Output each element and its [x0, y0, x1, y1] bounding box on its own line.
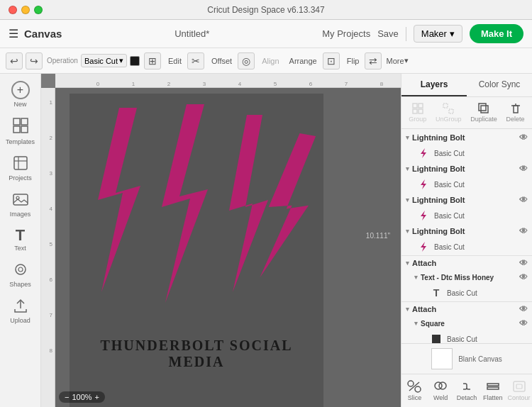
layer-header-bolt4[interactable]: ▾ Lightning Bolt 👁 [401, 224, 532, 238]
eye-icon[interactable]: 👁 [519, 318, 528, 328]
svg-rect-3 [21, 126, 28, 133]
operation-value: Basic Cut [84, 57, 118, 65]
ruler-tick: 0 [96, 81, 99, 87]
sidebar-item-images[interactable]: Images [3, 187, 38, 222]
layer-header-square[interactable]: ▾ Square 👁 [410, 316, 532, 330]
sidebar-item-projects[interactable]: Projects [3, 151, 38, 186]
svg-point-9 [16, 264, 26, 274]
zoom-control[interactable]: − 100% + [59, 391, 105, 403]
menu-icon[interactable]: ☰ [9, 27, 18, 40]
slice-button[interactable]: Slice [401, 377, 428, 404]
layer-child-text[interactable]: T Basic Cut [410, 284, 532, 301]
edit-button[interactable]: Edit [165, 55, 184, 67]
layer-thumb [430, 333, 443, 343]
undo-redo-group: ↩ ↪ [6, 52, 43, 69]
zoom-level: 100% [72, 393, 92, 401]
text-icon: T [16, 228, 25, 243]
flip-icon[interactable]: ⇄ [365, 52, 382, 69]
save-button[interactable]: Save [377, 28, 399, 39]
eye-icon[interactable]: 👁 [519, 133, 528, 143]
arrange-button[interactable]: Arrange [287, 55, 320, 67]
color-swatch[interactable] [130, 56, 140, 66]
group-icon [412, 103, 423, 114]
attach-header-2[interactable]: ▾ Attach 👁 [401, 301, 532, 316]
sidebar-item-new[interactable]: + New [3, 77, 38, 112]
tab-layers[interactable]: Layers [401, 74, 467, 96]
layer-thumb: T [430, 286, 443, 299]
weld-icon [433, 380, 448, 393]
flip-button[interactable]: Flip [344, 55, 362, 67]
eye-icon[interactable]: 👁 [519, 272, 528, 282]
edit-group: Edit ✂ [165, 52, 204, 69]
chevron-icon: ▾ [414, 274, 418, 281]
minimize-button[interactable] [21, 6, 30, 14]
layer-child-bolt2[interactable]: Basic Cut [401, 176, 532, 193]
eye-icon[interactable]: 👁 [519, 195, 528, 205]
canvas-area[interactable]: 0 1 2 3 4 5 6 7 8 9 1 2 3 4 5 6 7 8 [41, 74, 401, 407]
align-button[interactable]: Align [259, 55, 282, 67]
svg-marker-14 [256, 130, 318, 284]
select-all-button[interactable]: ⊞ [144, 52, 161, 69]
layer-child-square[interactable]: Basic Cut [410, 330, 532, 343]
svg-point-30 [415, 386, 421, 392]
group-button[interactable]: Group [406, 101, 429, 124]
tab-color-sync[interactable]: Color Sync [467, 74, 532, 96]
maker-dropdown[interactable]: Maker ▾ [414, 25, 462, 43]
zoom-minus-icon[interactable]: − [65, 393, 69, 401]
sidebar-item-shapes[interactable]: Shapes [3, 257, 38, 292]
ruler-top: 0 1 2 3 4 5 6 7 8 9 [55, 74, 401, 88]
eye-icon[interactable]: 👁 [519, 304, 528, 314]
operation-group: Operation Basic Cut ▾ [47, 54, 140, 67]
operation-dropdown[interactable]: Basic Cut ▾ [81, 54, 127, 67]
layer-child-bolt1[interactable]: Basic Cut [401, 145, 532, 162]
offset-button[interactable]: Offset [209, 55, 235, 67]
flatten-button[interactable]: Flatten [480, 377, 506, 404]
my-projects-button[interactable]: My Projects [322, 28, 370, 39]
layer-child-bolt3[interactable]: Basic Cut [401, 207, 532, 224]
more-button[interactable]: More ▾ [386, 56, 408, 65]
layer-name: Attach [412, 305, 516, 313]
layer-child-bolt4[interactable]: Basic Cut [401, 238, 532, 255]
layer-name: Lightning Bolt [412, 227, 516, 235]
attach-header-1[interactable]: ▾ Attach 👁 [401, 255, 532, 270]
ungroup-button[interactable]: UnGroup [433, 101, 465, 124]
delete-button[interactable]: Delete [504, 101, 528, 124]
make-it-button[interactable]: Make It [470, 24, 523, 43]
close-button[interactable] [9, 6, 17, 14]
eye-icon[interactable]: 👁 [519, 164, 528, 174]
attach-children-2: ▾ Square 👁 Basic Cut [401, 316, 532, 343]
canvas-content[interactable]: THUNDERBOLT SOCIAL MEDIA 10.111" [55, 88, 401, 407]
layer-header-bolt2[interactable]: ▾ Lightning Bolt 👁 [401, 162, 532, 176]
design-canvas[interactable]: THUNDERBOLT SOCIAL MEDIA [70, 94, 323, 407]
more-label: More [386, 57, 404, 65]
blank-canvas-box[interactable] [431, 348, 453, 369]
zoom-plus-icon[interactable]: + [95, 393, 99, 401]
arrange-icon[interactable]: ⊡ [323, 52, 340, 69]
redo-button[interactable]: ↪ [26, 52, 43, 69]
edit-icon[interactable]: ✂ [187, 52, 204, 69]
layer-name: Square [421, 320, 516, 328]
images-icon [13, 191, 28, 209]
svg-rect-37 [516, 384, 522, 389]
layer-name: Attach [412, 259, 516, 267]
offset-icon[interactable]: ◎ [238, 52, 255, 69]
sidebar-item-text[interactable]: T Text [3, 223, 38, 256]
contour-button[interactable]: Contour [506, 377, 532, 404]
layer-child-name: Basic Cut [434, 150, 528, 157]
layer-header-bolt3[interactable]: ▾ Lightning Bolt 👁 [401, 193, 532, 207]
weld-button[interactable]: Weld [428, 377, 454, 404]
sidebar-item-upload[interactable]: Upload [3, 294, 38, 328]
maximize-button[interactable] [34, 6, 43, 14]
duplicate-button[interactable]: Duplicate [467, 101, 500, 124]
eye-icon[interactable]: 👁 [519, 226, 528, 236]
undo-button[interactable]: ↩ [6, 52, 23, 69]
sidebar-item-templates[interactable]: Templates [3, 113, 38, 150]
contour-icon [512, 380, 526, 393]
chevron-down-icon: ▾ [450, 28, 455, 39]
sidebar-item-label: Templates [6, 138, 35, 145]
eye-icon[interactable]: 👁 [519, 258, 528, 268]
layer-header-bolt1[interactable]: ▾ Lightning Bolt 👁 [401, 130, 532, 145]
offset-group: Offset ◎ [209, 52, 255, 69]
detach-button[interactable]: Detach [454, 377, 480, 404]
layer-header-text[interactable]: ▾ Text - Dtc Miss Honey 👁 [410, 270, 532, 284]
